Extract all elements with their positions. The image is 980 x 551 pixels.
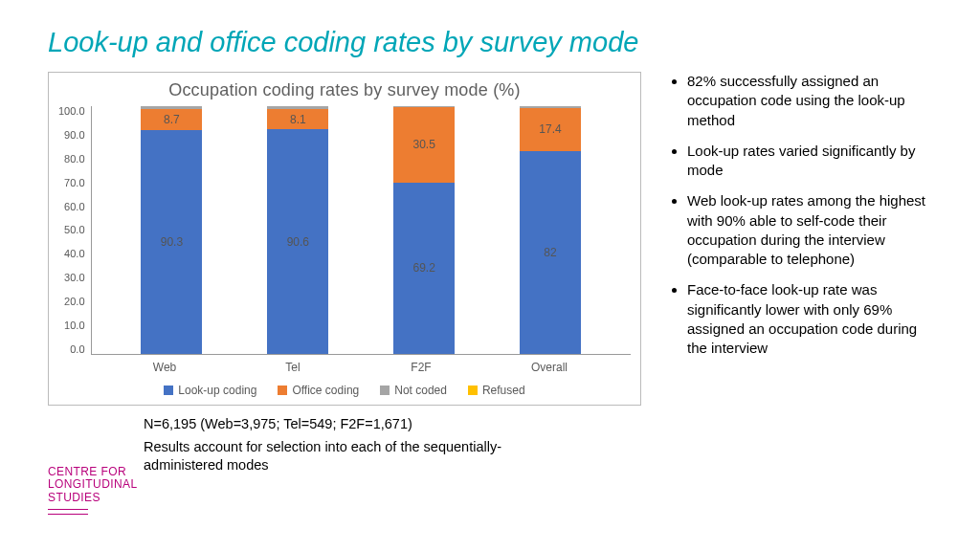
legend-notcoded: Not coded — [380, 384, 447, 397]
legend: Look-up coding Office coding Not coded R… — [58, 374, 631, 399]
bar-overall: 17.4 82 — [520, 106, 581, 354]
y-tick: 100.0 — [58, 106, 85, 117]
list-item: Look-up rates varied significantly by mo… — [687, 142, 932, 181]
logo-underline-icon — [48, 514, 88, 515]
seg-office: 8.1 — [267, 109, 328, 129]
y-tick: 90.0 — [64, 130, 84, 141]
x-label: F2F — [390, 361, 452, 374]
seg-office: 17.4 — [520, 108, 581, 151]
x-label: Overall — [519, 361, 580, 374]
y-tick: 10.0 — [64, 320, 84, 331]
y-tick: 70.0 — [64, 178, 84, 188]
x-label: Web — [134, 361, 195, 374]
x-label: Tel — [262, 361, 323, 374]
chart-container: Occupation coding rates by survey mode (… — [48, 72, 641, 406]
bar-tel: 8.1 90.6 — [267, 106, 328, 354]
note-line: N=6,195 (Web=3,975; Tel=549; F2F=1,671) — [144, 415, 546, 434]
list-item: Face-to-face look-up rate was significan… — [687, 280, 932, 358]
plot-wrap: 100.0 90.0 80.0 70.0 60.0 50.0 40.0 30.0… — [58, 106, 631, 355]
y-tick: 50.0 — [64, 225, 84, 235]
x-axis: Web Tel F2F Overall — [58, 355, 631, 374]
bullet-list: 82% successfully assigned an occupation … — [668, 72, 932, 479]
swatch-icon — [164, 386, 173, 395]
legend-label: Refused — [482, 384, 525, 397]
legend-label: Look-up coding — [178, 384, 256, 397]
seg-lookup: 90.3 — [141, 130, 202, 354]
y-tick: 80.0 — [64, 154, 84, 165]
note-line: Results account for selection into each … — [144, 438, 546, 475]
org-logo: CENTRE FOR LONGITUDINAL STUDIES — [48, 466, 137, 517]
logo-line: STUDIES — [48, 492, 137, 505]
logo-line: LONGITUDINAL — [48, 478, 137, 492]
y-tick: 20.0 — [64, 297, 84, 307]
seg-lookup: 69.2 — [393, 183, 455, 354]
seg-lookup: 82 — [520, 151, 581, 354]
y-tick: 40.0 — [64, 249, 84, 259]
content-row: Occupation coding rates by survey mode (… — [48, 72, 932, 479]
legend-lookup: Look-up coding — [164, 384, 256, 397]
page-title: Look-up and office coding rates by surve… — [48, 27, 932, 58]
legend-refused: Refused — [468, 384, 525, 397]
plot-area: 8.7 90.3 8.1 90.6 30.5 — [91, 106, 631, 355]
logo-line: CENTRE FOR — [48, 466, 137, 479]
swatch-icon — [278, 386, 287, 395]
y-tick: 60.0 — [64, 202, 84, 212]
swatch-icon — [380, 386, 390, 395]
slide: Look-up and office coding rates by surve… — [0, 0, 980, 551]
list-item: 82% successfully assigned an occupation … — [687, 72, 932, 130]
chart-column: Occupation coding rates by survey mode (… — [48, 72, 641, 479]
logo-underline-icon — [48, 509, 88, 510]
chart-title: Occupation coding rates by survey mode (… — [58, 80, 631, 100]
y-tick: 30.0 — [64, 273, 84, 283]
seg-office: 30.5 — [393, 107, 455, 183]
legend-label: Not coded — [394, 384, 447, 397]
legend-office: Office coding — [278, 384, 359, 397]
list-item: Web look-up rates among the highest with… — [687, 191, 932, 269]
bar-f2f: 30.5 69.2 — [393, 106, 455, 354]
seg-lookup: 90.6 — [267, 129, 328, 354]
bar-web: 8.7 90.3 — [141, 106, 202, 354]
seg-office: 8.7 — [141, 109, 202, 131]
swatch-icon — [468, 386, 478, 395]
legend-label: Office coding — [292, 384, 359, 397]
y-tick: 0.0 — [70, 344, 84, 355]
y-axis: 100.0 90.0 80.0 70.0 60.0 50.0 40.0 30.0… — [58, 106, 91, 355]
